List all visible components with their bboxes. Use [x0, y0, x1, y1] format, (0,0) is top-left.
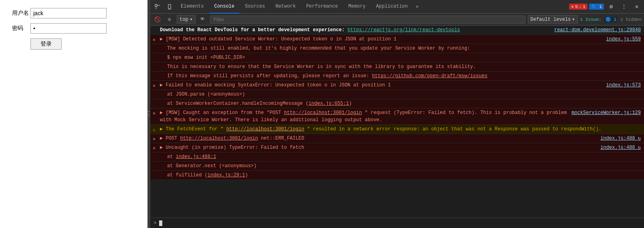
tab-elements[interactable]: Elements	[176, 0, 209, 14]
tab-application[interactable]: Application	[371, 0, 412, 14]
post-url-link-2[interactable]: http://localhost:3001/login	[180, 136, 258, 141]
stack-link-3[interactable]: index.js:29:1	[208, 172, 245, 178]
filter-input[interactable]	[210, 16, 525, 24]
stack-link-2[interactable]: index.js:488:1	[176, 154, 216, 160]
devtools-toolbar: Elements Console Sources Network Perform…	[150, 0, 644, 14]
context-label: top	[180, 17, 188, 22]
password-input[interactable]	[30, 23, 107, 34]
more-tabs-button[interactable]: »	[414, 2, 421, 11]
left-panel: 用户名 密码 登录 ⋮	[0, 0, 150, 228]
more-options-icon[interactable]: ⋮	[618, 1, 630, 12]
fetch-url-link[interactable]: http://localhost:3001/login	[226, 126, 304, 132]
console-message: at JSON.parse (<anonymous>)	[150, 90, 644, 99]
panel-divider[interactable]: ⋮	[147, 0, 150, 228]
console-input-row: >	[150, 218, 644, 228]
password-row: 密码	[12, 23, 138, 34]
inspect-icon[interactable]	[152, 1, 163, 12]
console-message: If this message still persists after upd…	[150, 72, 644, 81]
mobile-icon[interactable]	[164, 1, 175, 12]
eye-icon[interactable]: 👁	[198, 15, 208, 24]
warning-icon: ⚠	[153, 126, 155, 134]
console-message: at fulfilled (index.js:29:1)	[150, 171, 644, 180]
file-reference[interactable]: mockServiceWorker.js:129	[571, 109, 641, 116]
error-icon: ✕	[153, 110, 155, 117]
context-selector[interactable]: top ▾	[177, 15, 196, 24]
error-icon: ✕	[153, 136, 155, 143]
tab-console[interactable]: Console	[210, 0, 239, 14]
tab-sources[interactable]: Sources	[240, 0, 270, 14]
console-right-controls: Default levels ▾ 1 Issue: 🔵 1 1 hidden	[528, 15, 642, 24]
username-label: 用户名	[12, 10, 30, 17]
file-reference[interactable]: index.js:573	[606, 82, 641, 89]
file-reference[interactable]: index.js:488 ↻	[600, 135, 641, 142]
toolbar-right: ✕ 5 ⚠ 1 🔵 1 ⚙ ⋮ ✕	[569, 1, 642, 12]
console-message: ✕ index.js:488 ↻ ▶ Uncaught (in promise)…	[150, 143, 644, 152]
filter-icon[interactable]: ⊘	[165, 15, 174, 24]
file-reference[interactable]: react-dom.development.js:29840	[554, 26, 641, 34]
log-levels-selector[interactable]: Default levels ▾	[528, 15, 578, 24]
console-message: at index.js:488:1	[150, 152, 644, 162]
settings-icon[interactable]: ⚙	[606, 1, 617, 12]
info-count-badge[interactable]: 🔵 1	[589, 4, 604, 10]
clear-console-icon[interactable]: 🚫	[153, 15, 162, 24]
console-message: ✕ index.js:559 ▶ [MSW] Detected outdated…	[150, 35, 644, 44]
tab-memory[interactable]: Memory	[343, 0, 370, 14]
console-message: ✕ index.js:573 ▶ Failed to enable mockin…	[150, 81, 644, 90]
error-icon: ✕	[153, 36, 155, 44]
console-cursor	[159, 220, 162, 226]
post-url-link[interactable]: http://localhost:3001/login	[284, 110, 362, 116]
error-icon: ✕	[153, 82, 155, 90]
svg-rect-0	[155, 4, 157, 6]
console-messages-area[interactable]: react-dom.development.js:29840 Download …	[150, 26, 644, 218]
console-message: ⚠ ▶ The FetchEvent for " http://localhos…	[150, 125, 644, 134]
login-button[interactable]: 登录	[30, 38, 62, 50]
console-prompt: >	[153, 220, 157, 226]
login-button-row: 登录	[12, 38, 138, 50]
tab-performance[interactable]: Performance	[301, 0, 343, 14]
console-message: react-dom.development.js:29840 Download …	[150, 26, 644, 35]
close-devtools-icon[interactable]: ✕	[631, 1, 642, 12]
issues-label: 1 Issue: 🔵 1	[580, 17, 618, 22]
console-message: at Generator.next (<anonymous>)	[150, 162, 644, 171]
file-reference[interactable]: index.js:559	[606, 36, 641, 43]
console-message: ✕ mockServiceWorker.js:129 ▶ [MSW] Caugh…	[150, 108, 644, 125]
console-message: at ServiceWorkerContainer.handleIncoming…	[150, 99, 644, 108]
username-input[interactable]	[30, 8, 107, 18]
log-levels-label: Default levels	[531, 17, 571, 22]
log-levels-chevron: ▾	[572, 16, 575, 22]
stack-link[interactable]: index.js:655:1	[309, 101, 349, 106]
tab-network[interactable]: Network	[271, 0, 300, 14]
username-row: 用户名	[12, 8, 138, 18]
console-message: The mocking is still enabled, but it's h…	[150, 44, 644, 53]
console-message: $ npx msw init <PUBLIC_DIR>	[150, 53, 644, 62]
devtools-panel: Elements Console Sources Network Perform…	[150, 0, 644, 228]
file-reference[interactable]: index.js:488 ↻	[600, 144, 641, 151]
error-count-badge[interactable]: ✕ 5 ⚠ 1	[569, 4, 587, 10]
console-toolbar: 🚫 ⊘ top ▾ 👁 Default levels ▾ 1 Issue: 🔵 …	[150, 14, 644, 26]
console-message: This is necessary to ensure that the Ser…	[150, 62, 644, 72]
msw-issues-link[interactable]: https://github.com/open-draft/msw/issues	[372, 73, 487, 79]
context-chevron: ▾	[190, 16, 193, 22]
console-message: ✕ index.js:488 ↻ ▶ POST http://localhost…	[150, 134, 644, 143]
error-icon: ✕	[153, 145, 155, 152]
password-label: 密码	[12, 25, 30, 32]
hidden-label: 1 hidden	[620, 17, 642, 22]
react-devtools-link[interactable]: https://reactjs.org/link/react-devtools	[347, 27, 460, 33]
